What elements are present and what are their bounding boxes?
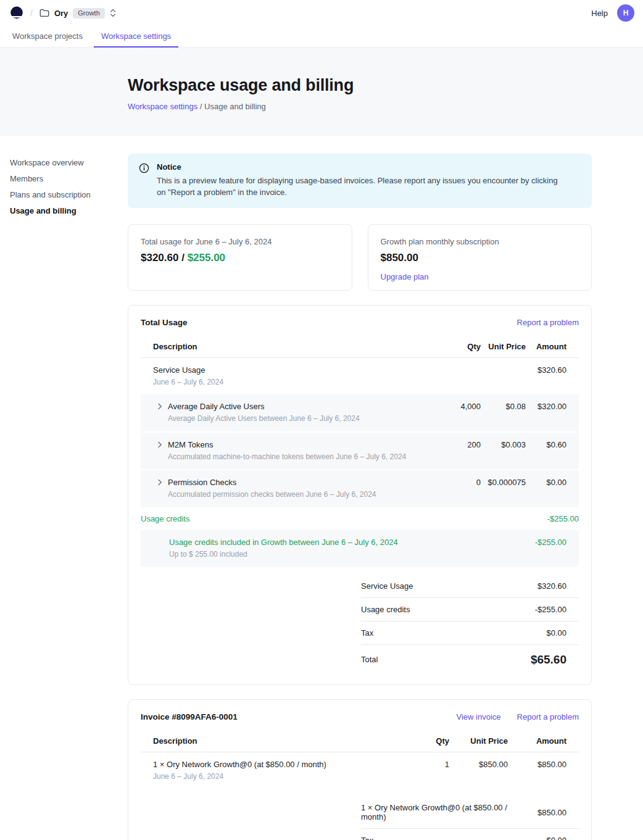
detail-description: Average Daily Active Users between June … <box>168 414 360 424</box>
workspace-plan-badge: Growth <box>73 8 104 19</box>
usage-card-value: $320.60 / $255.00 <box>141 252 339 264</box>
detail-text: Average Daily Active Users Average Daily… <box>168 402 360 424</box>
usage-credits-detail-row: Usage credits included in Growth between… <box>141 530 579 567</box>
service-usage-amount: $320.60 <box>526 358 579 395</box>
summary-value: $0.00 <box>546 836 566 840</box>
summary-row-service-usage: Service Usage $320.60 <box>361 575 579 598</box>
usage-summary: Service Usage $320.60 Usage credits -$25… <box>361 575 579 672</box>
notice-title: Notice <box>157 162 564 172</box>
summary-row-line-item: 1 × Ory Network Growth@0 (at $850.00 / m… <box>361 796 579 829</box>
tab-workspace-settings[interactable]: Workspace settings <box>94 26 178 47</box>
info-icon <box>139 162 149 199</box>
invoice-line-cell: 1 × Ory Network Growth@0 (at $850.00 / m… <box>141 752 394 789</box>
usage-detail-row-active-users[interactable]: Average Daily Active Users Average Daily… <box>141 394 579 431</box>
service-usage-name: Service Usage <box>153 365 419 375</box>
detail-name: M2M Tokens <box>168 440 406 449</box>
sidebar-item-plans-subscription[interactable]: Plans and subscription <box>10 191 118 199</box>
detail-text: Permission Checks Accumulated permission… <box>168 478 376 500</box>
col-description: Description <box>141 730 394 752</box>
invoice-line-period: June 6 – July 6, 2024 <box>153 772 394 782</box>
report-problem-link-usage[interactable]: Report a problem <box>517 318 579 327</box>
col-qty: Qty <box>419 336 481 357</box>
upgrade-plan-link[interactable]: Upgrade plan <box>381 272 429 281</box>
invoice-line-unit-price: $850.00 <box>449 752 508 789</box>
col-amount: Amount <box>526 336 579 357</box>
usage-table-header-row: Description Qty Unit Price Amount <box>141 336 579 358</box>
chevron-right-icon[interactable] <box>157 402 162 410</box>
total-usage-section: Total Usage Report a problem Description… <box>128 305 592 685</box>
topbar: / Ory Growth Help H <box>0 0 643 26</box>
total-usage-title: Total Usage <box>141 318 188 327</box>
notice-banner: Notice This is a preview feature for dis… <box>128 154 592 208</box>
settings-sidebar: Workspace overview Members Plans and sub… <box>0 136 128 215</box>
plan-card-amount: $850.00 <box>381 252 579 264</box>
breadcrumb: Workspace settings / Usage and billing <box>128 102 643 111</box>
path-separator: / <box>30 8 33 18</box>
breadcrumb-current: Usage and billing <box>204 102 266 111</box>
detail-qty: 200 <box>419 433 481 470</box>
invoice-line-amount: $850.00 <box>508 752 579 789</box>
page-header: Workspace usage and billing Workspace se… <box>0 48 643 136</box>
invoice-summary: 1 × Ory Network Growth@0 (at $850.00 / m… <box>361 796 579 840</box>
sidebar-item-members[interactable]: Members <box>10 175 118 183</box>
content: Notice This is a preview feature for dis… <box>128 136 592 840</box>
summary-label: 1 × Ory Network Growth@0 (at $850.00 / m… <box>361 803 530 821</box>
view-invoice-link[interactable]: View invoice <box>457 712 501 721</box>
ory-logo-icon[interactable] <box>10 6 23 20</box>
summary-total-label: Total <box>361 655 378 664</box>
detail-unit-price: $0.000075 <box>481 470 526 507</box>
invoice-line-name: 1 × Ory Network Growth@0 (at $850.00 / m… <box>153 760 394 769</box>
usage-detail-row-permission-checks[interactable]: Permission Checks Accumulated permission… <box>141 469 579 507</box>
summary-label: Usage credits <box>361 605 410 614</box>
usage-card-label: Total usage for June 6 – July 6, 2024 <box>141 237 339 246</box>
detail-qty: 0 <box>419 470 481 507</box>
summary-row-total: Total $65.60 <box>361 645 579 672</box>
total-usage-header: Total Usage Report a problem <box>141 318 579 327</box>
report-problem-link-invoice[interactable]: Report a problem <box>517 712 579 721</box>
summary-value: -$255.00 <box>535 605 566 614</box>
chevron-right-icon[interactable] <box>157 478 162 486</box>
detail-cell: Average Daily Active Users Average Daily… <box>141 394 419 431</box>
avatar[interactable]: H <box>617 4 634 22</box>
detail-description: Accumulated machine-to-machine tokens be… <box>168 452 406 462</box>
workspace-switcher[interactable]: Ory Growth <box>39 8 116 19</box>
usage-separator: / <box>178 252 187 264</box>
plan-card-label: Growth plan monthly subscription <box>381 237 579 246</box>
chevron-right-icon[interactable] <box>157 440 162 448</box>
summary-total-value: $65.60 <box>531 653 566 667</box>
total-usage-card: Total usage for June 6 – July 6, 2024 $3… <box>128 224 352 291</box>
detail-cell: M2M Tokens Accumulated machine-to-machin… <box>141 433 419 470</box>
usage-credits-amount: -$255.00 <box>526 507 579 530</box>
plan-card: Growth plan monthly subscription $850.00… <box>368 224 592 291</box>
sidebar-item-workspace-overview[interactable]: Workspace overview <box>10 159 118 167</box>
summary-cards: Total usage for June 6 – July 6, 2024 $3… <box>128 224 592 291</box>
sidebar-item-usage-billing[interactable]: Usage and billing <box>10 207 118 215</box>
detail-qty: 4,000 <box>419 394 481 431</box>
summary-value: $0.00 <box>546 628 566 638</box>
usage-detail-row-m2m-tokens[interactable]: M2M Tokens Accumulated machine-to-machin… <box>141 431 579 470</box>
breadcrumb-separator: / <box>197 102 204 111</box>
page-title: Workspace usage and billing <box>128 76 643 95</box>
invoice-title: Invoice #8099AFA6-0001 <box>141 712 238 721</box>
empty-cell <box>419 530 481 567</box>
topbar-right: Help H <box>591 4 634 22</box>
help-link[interactable]: Help <box>591 9 608 18</box>
detail-unit-price: $0.003 <box>481 433 526 470</box>
detail-name: Average Daily Active Users <box>168 402 360 411</box>
invoice-section: Invoice #8099AFA6-0001 View invoice Repo… <box>128 699 592 840</box>
col-unit-price: Unit Price <box>481 336 526 357</box>
summary-row-tax: Tax $0.00 <box>361 829 579 840</box>
empty-cell <box>419 358 481 395</box>
detail-amount: $320.00 <box>526 394 579 431</box>
invoice-table-header-row: Description Qty Unit Price Amount <box>141 730 579 752</box>
workspace-name: Ory <box>54 9 68 18</box>
chevron-updown-icon <box>110 9 116 17</box>
breadcrumb-link-workspace-settings[interactable]: Workspace settings <box>128 102 197 111</box>
tab-workspace-projects[interactable]: Workspace projects <box>5 26 90 47</box>
notice-body: This is a preview feature for displaying… <box>157 175 564 199</box>
empty-cell <box>419 507 481 530</box>
summary-label: Tax <box>361 628 373 638</box>
detail-description: Accumulated permission checks between Ju… <box>168 490 376 500</box>
summary-row-tax: Tax $0.00 <box>361 622 579 645</box>
service-usage-row: Service Usage June 6 – July 6, 2024 $320… <box>141 358 579 395</box>
